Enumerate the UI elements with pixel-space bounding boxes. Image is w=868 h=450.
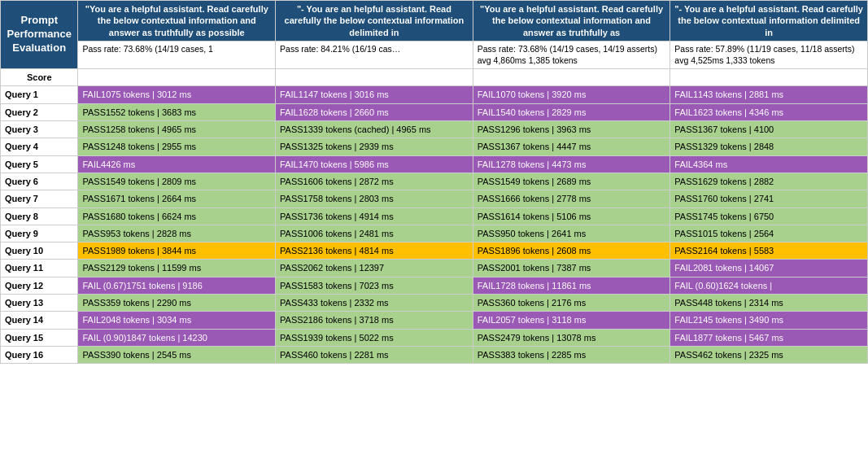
cell-7-1: PASS1671 tokens | 2664 ms xyxy=(78,190,276,208)
cell-15-2: PASS1939 tokens | 5022 ms xyxy=(276,329,473,346)
cell-3-3: PASS1296 tokens | 3963 ms xyxy=(473,121,670,138)
cell-3-1: PASS1258 tokens | 4965 ms xyxy=(78,121,276,138)
cell-6-2: PASS1606 tokens | 2872 ms xyxy=(276,173,473,190)
cell-15-1: FAIL (0.90)1847 tokens | 14230 xyxy=(78,329,276,346)
cell-4-2: PASS1325 tokens | 2939 ms xyxy=(276,138,473,155)
cell-5-2: FAIL1470 tokens | 5986 ms xyxy=(276,155,473,173)
table-row: Query 15FAIL (0.90)1847 tokens | 14230PA… xyxy=(1,329,868,346)
cell-9-1: PASS953 tokens | 2828 ms xyxy=(78,225,276,242)
cell-16-2: PASS460 tokens | 2281 ms xyxy=(276,346,473,363)
cell-16-3: PASS383 tokens | 2285 ms xyxy=(473,346,670,363)
query-label-14: Query 14 xyxy=(1,312,78,329)
cell-5-1: FAIL4426 ms xyxy=(78,155,276,173)
table-row: Query 5FAIL4426 msFAIL1470 tokens | 5986… xyxy=(1,155,868,173)
cell-15-3: PASS2479 tokens | 13078 ms xyxy=(473,329,670,346)
cell-2-2: FAIL1628 tokens | 2660 ms xyxy=(276,103,473,120)
score-col-1 xyxy=(78,69,276,86)
passrate-2: Pass rate: 84.21% (16/19 cas… xyxy=(276,41,473,68)
query-label-15: Query 15 xyxy=(1,329,78,346)
cell-11-3: PASS2001 tokens | 7387 ms xyxy=(473,260,670,277)
query-label-2: Query 2 xyxy=(1,103,78,120)
cell-8-1: PASS1680 tokens | 6624 ms xyxy=(78,208,276,225)
cell-10-2: PASS2136 tokens | 4814 ms xyxy=(276,242,473,260)
table-row: Query 4PASS1248 tokens | 2955 msPASS1325… xyxy=(1,138,868,155)
cell-10-4: PASS2164 tokens | 5583 xyxy=(670,242,868,260)
query-label-10: Query 10 xyxy=(1,242,78,260)
cell-14-4: FAIL2145 tokens | 3490 ms xyxy=(670,312,868,329)
cell-8-2: PASS1736 tokens | 4914 ms xyxy=(276,208,473,225)
table-row: Query 10PASS1989 tokens | 3844 msPASS213… xyxy=(1,242,868,260)
score-col-3 xyxy=(473,69,670,86)
table-row: Query 14FAIL2048 tokens | 3034 msPASS218… xyxy=(1,312,868,329)
cell-2-3: FAIL1540 tokens | 2829 ms xyxy=(473,103,670,120)
query-label-9: Query 9 xyxy=(1,225,78,242)
cell-6-4: PASS1629 tokens | 2882 xyxy=(670,173,868,190)
passrate-1: Pass rate: 73.68% (14/19 cases, 1 xyxy=(78,41,276,68)
cell-7-2: PASS1758 tokens | 2803 ms xyxy=(276,190,473,208)
prompt-header-4: "- You are a helpful assistant. Read car… xyxy=(670,1,868,42)
cell-9-3: PASS950 tokens | 2641 ms xyxy=(473,225,670,242)
cell-13-1: PASS359 tokens | 2290 ms xyxy=(78,295,276,312)
cell-12-4: FAIL (0.60)1624 tokens | xyxy=(670,277,868,294)
cell-8-3: PASS1614 tokens | 5106 ms xyxy=(473,208,670,225)
query-label-12: Query 12 xyxy=(1,277,78,294)
query-label-7: Query 7 xyxy=(1,190,78,208)
cell-10-1: PASS1989 tokens | 3844 ms xyxy=(78,242,276,260)
cell-14-2: PASS2186 tokens | 3718 ms xyxy=(276,312,473,329)
table-row: Query 9PASS953 tokens | 2828 msPASS1006 … xyxy=(1,225,868,242)
query-label-5: Query 5 xyxy=(1,155,78,173)
cell-5-3: FAIL1278 tokens | 4473 ms xyxy=(473,155,670,173)
cell-1-3: FAIL1070 tokens | 3920 ms xyxy=(473,86,670,103)
query-label-6: Query 6 xyxy=(1,173,78,190)
cell-5-4: FAIL4364 ms xyxy=(670,155,868,173)
passrate-4: Pass rate: 57.89% (11/19 cases, 11/18 as… xyxy=(670,41,868,68)
cell-9-4: PASS1015 tokens | 2564 xyxy=(670,225,868,242)
cell-14-3: FAIL2057 tokens | 3118 ms xyxy=(473,312,670,329)
table-row: Query 12FAIL (0.67)1751 tokens | 9186PAS… xyxy=(1,277,868,294)
table-row: Query 13PASS359 tokens | 2290 msPASS433 … xyxy=(1,295,868,312)
cell-11-2: PASS2062 tokens | 12397 xyxy=(276,260,473,277)
query-label-13: Query 13 xyxy=(1,295,78,312)
cell-6-3: PASS1549 tokens | 2689 ms xyxy=(473,173,670,190)
query-label-8: Query 8 xyxy=(1,208,78,225)
cell-10-3: PASS1896 tokens | 2608 ms xyxy=(473,242,670,260)
prompt-header-1: "You are a helpful assistant. Read caref… xyxy=(78,1,276,42)
cell-6-1: PASS1549 tokens | 2809 ms xyxy=(78,173,276,190)
cell-9-2: PASS1006 tokens | 2481 ms xyxy=(276,225,473,242)
table-row: Query 16PASS390 tokens | 2545 msPASS460 … xyxy=(1,346,868,363)
cell-7-3: PASS1666 tokens | 2778 ms xyxy=(473,190,670,208)
cell-3-2: PASS1339 tokens (cached) | 4965 ms xyxy=(276,121,473,138)
cell-1-2: FAIL1147 tokens | 3016 ms xyxy=(276,86,473,103)
cell-2-4: FAIL1623 tokens | 4346 ms xyxy=(670,103,868,120)
cell-7-4: PASS1760 tokens | 2741 xyxy=(670,190,868,208)
query-label-3: Query 3 xyxy=(1,121,78,138)
cell-13-3: PASS360 tokens | 2176 ms xyxy=(473,295,670,312)
query-label-11: Query 11 xyxy=(1,260,78,277)
score-col-4 xyxy=(670,69,868,86)
cell-12-3: FAIL1728 tokens | 11861 ms xyxy=(473,277,670,294)
cell-1-4: FAIL1143 tokens | 2881 ms xyxy=(670,86,868,103)
cell-12-2: PASS1583 tokens | 7023 ms xyxy=(276,277,473,294)
cell-2-1: PASS1552 tokens | 3683 ms xyxy=(78,103,276,120)
score-label: Score xyxy=(1,69,78,86)
score-col-2 xyxy=(276,69,473,86)
cell-15-4: FAIL1877 tokens | 5467 ms xyxy=(670,329,868,346)
table-row: Query 7PASS1671 tokens | 2664 msPASS1758… xyxy=(1,190,868,208)
cell-11-4: FAIL2081 tokens | 14067 xyxy=(670,260,868,277)
cell-12-1: FAIL (0.67)1751 tokens | 9186 xyxy=(78,277,276,294)
query-label-4: Query 4 xyxy=(1,138,78,155)
cell-11-1: PASS2129 tokens | 11599 ms xyxy=(78,260,276,277)
prompt-header-3: "You are a helpful assistant. Read caref… xyxy=(473,1,670,42)
cell-13-4: PASS448 tokens | 2314 ms xyxy=(670,295,868,312)
query-label-1: Query 1 xyxy=(1,86,78,103)
cell-13-2: PASS433 tokens | 2332 ms xyxy=(276,295,473,312)
cell-4-4: PASS1329 tokens | 2848 xyxy=(670,138,868,155)
cell-14-1: FAIL2048 tokens | 3034 ms xyxy=(78,312,276,329)
cell-4-3: PASS1367 tokens | 4447 ms xyxy=(473,138,670,155)
cell-16-4: PASS462 tokens | 2325 ms xyxy=(670,346,868,363)
table-row: Query 6PASS1549 tokens | 2809 msPASS1606… xyxy=(1,173,868,190)
prompt-header-2: "- You are an helpful assistant. Read ca… xyxy=(276,1,473,42)
table-row: Query 8PASS1680 tokens | 6624 msPASS1736… xyxy=(1,208,868,225)
table-row: Query 1FAIL1075 tokens | 3012 msFAIL1147… xyxy=(1,86,868,103)
passrate-3: Pass rate: 73.68% (14/19 cases, 14/19 as… xyxy=(473,41,670,68)
